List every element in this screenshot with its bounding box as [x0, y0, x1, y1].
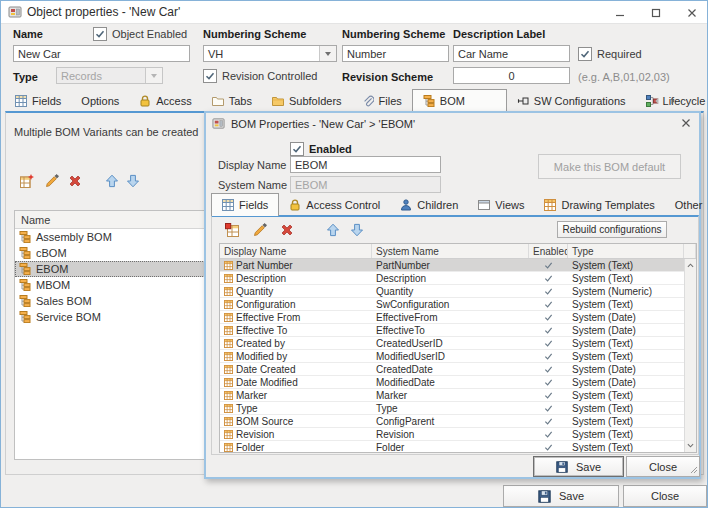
- display-name-field[interactable]: [290, 156, 441, 173]
- drawing-table-icon: [224, 404, 233, 413]
- cell-display-name-text: Effective To: [236, 325, 287, 336]
- new-field-icon[interactable]: [224, 222, 240, 238]
- tab-label: Fields: [32, 95, 61, 107]
- table-row[interactable]: BOM SourceConfigParentSystem (Text): [220, 415, 684, 428]
- cell-system-name: SwConfiguration: [372, 299, 529, 310]
- tab-files[interactable]: Files: [352, 90, 412, 112]
- display-name-label: Display Name: [218, 159, 286, 171]
- bom-icon: [19, 247, 31, 259]
- dialog-save-button[interactable]: Save: [533, 456, 624, 477]
- dialog-close-button[interactable]: Close: [626, 456, 700, 477]
- tab-views[interactable]: Views: [468, 194, 534, 216]
- tab-sw-configurations[interactable]: SW Configurations: [507, 90, 636, 112]
- move-up-icon[interactable]: [104, 173, 120, 189]
- object-enabled-checkbox[interactable]: Object Enabled: [93, 27, 187, 41]
- column-header-display-name[interactable]: Display Name: [220, 244, 372, 258]
- enabled-checkbox[interactable]: Enabled: [290, 142, 352, 156]
- cell-enabled: [529, 443, 568, 452]
- required-checkbox[interactable]: Required: [578, 47, 642, 61]
- check-small-icon: [544, 339, 553, 348]
- tab-access-control[interactable]: Access Control: [279, 194, 390, 216]
- tab-children[interactable]: Children: [390, 194, 468, 216]
- table-row[interactable]: FolderFolderSystem (Text): [220, 441, 684, 452]
- tab-tabs[interactable]: Tabs: [202, 90, 262, 112]
- table-row[interactable]: DescriptionDescriptionSystem (Text): [220, 272, 684, 285]
- check-small-icon: [544, 430, 553, 439]
- revision-controlled-checkbox[interactable]: Revision Controlled: [203, 69, 317, 83]
- table-row[interactable]: Part NumberPartNumberSystem (Text): [220, 259, 684, 272]
- drawing-table-icon: [224, 417, 233, 426]
- tab-options[interactable]: Options: [71, 90, 129, 112]
- combo-value: Records: [61, 70, 102, 82]
- table-row[interactable]: MarkerMarkerSystem (Text): [220, 389, 684, 402]
- revision-scheme-field[interactable]: [453, 67, 570, 84]
- close-button[interactable]: [679, 4, 705, 21]
- lock-icon: [139, 95, 151, 107]
- tab-label: Access: [156, 95, 191, 107]
- tab-drawing-templates[interactable]: Drawing Templates: [534, 194, 664, 216]
- move-down-icon[interactable]: [125, 173, 141, 189]
- bom-icon: [19, 279, 31, 291]
- scroll-down-icon[interactable]: [687, 440, 694, 451]
- type-label: Type: [13, 71, 38, 83]
- cell-enabled: [529, 430, 568, 439]
- check-small-icon: [544, 274, 553, 283]
- tab-fields[interactable]: Fields: [211, 193, 279, 216]
- check-small-icon: [544, 378, 553, 387]
- tab-access[interactable]: Access: [129, 90, 201, 112]
- rebuild-configurations-label: Rebuild configurations: [563, 224, 662, 235]
- column-header-enabled[interactable]: Enabled: [529, 244, 568, 258]
- cell-display-name: Revision: [220, 429, 372, 440]
- minimize-button[interactable]: [607, 4, 633, 21]
- delete-icon[interactable]: [279, 222, 295, 238]
- save-button[interactable]: Save: [503, 485, 619, 507]
- table-row[interactable]: RevisionRevisionSystem (Text): [220, 428, 684, 441]
- column-header-spacer: [684, 244, 696, 258]
- resize-grip[interactable]: [690, 464, 698, 476]
- save-floppy-icon: [556, 461, 568, 473]
- table-row[interactable]: Effective ToEffectiveToSystem (Date): [220, 324, 684, 337]
- numbering-scheme1-combo[interactable]: VH: [203, 45, 337, 62]
- column-header-type[interactable]: Type: [568, 244, 684, 258]
- combo-dropdown-button[interactable]: [319, 46, 336, 61]
- table-row[interactable]: ConfigurationSwConfigurationSystem (Text…: [220, 298, 684, 311]
- close-button-footer[interactable]: Close: [623, 485, 707, 507]
- tab-label: Drawing Templates: [561, 199, 654, 211]
- dialog-save-label: Save: [576, 461, 601, 473]
- tab-label: Options: [81, 95, 119, 107]
- tab-scroll-left-icon[interactable]: [653, 95, 661, 107]
- table-row[interactable]: Effective FromEffectiveFromSystem (Date): [220, 311, 684, 324]
- scroll-up-icon[interactable]: [687, 260, 694, 271]
- tab-subfolders[interactable]: Subfolders: [262, 90, 352, 112]
- edit-pencil-icon[interactable]: [44, 173, 60, 189]
- description-label-field[interactable]: [453, 45, 570, 62]
- table-row[interactable]: Date ModifiedModifiedDateSystem (Date): [220, 376, 684, 389]
- table-row[interactable]: QuantityQuantitySystem (Numeric): [220, 285, 684, 298]
- table-row[interactable]: TypeTypeSystem (Text): [220, 402, 684, 415]
- new-bom-icon[interactable]: [19, 173, 35, 189]
- tab-other[interactable]: Other: [665, 194, 708, 216]
- move-down-icon[interactable]: [349, 222, 365, 238]
- tab-scroll-right-icon[interactable]: [669, 95, 677, 107]
- table-row[interactable]: Date CreatedCreatedDateSystem (Date): [220, 363, 684, 376]
- delete-icon[interactable]: [67, 173, 83, 189]
- name-field[interactable]: [13, 45, 190, 62]
- column-header-system-name[interactable]: System Name: [372, 244, 529, 258]
- tab-fields[interactable]: Fields: [5, 90, 71, 112]
- make-default-button: Make this BOM default: [538, 154, 681, 179]
- close-label: Close: [651, 490, 679, 502]
- dialog-close-icon[interactable]: [681, 118, 691, 130]
- maximize-button[interactable]: [643, 4, 669, 21]
- table-row[interactable]: Modified byModifiedUserIDSystem (Text): [220, 350, 684, 363]
- numbering-scheme2-field[interactable]: [342, 45, 449, 62]
- table-row[interactable]: Created byCreatedUserIDSystem (Text): [220, 337, 684, 350]
- drawing-table-icon: [224, 339, 233, 348]
- edit-pencil-icon[interactable]: [252, 222, 268, 238]
- cell-display-name-text: Modified by: [236, 351, 287, 362]
- move-up-icon[interactable]: [325, 222, 341, 238]
- table-scrollbar[interactable]: [684, 259, 696, 452]
- drawing-table-icon: [224, 430, 233, 439]
- tab-bom[interactable]: BOM: [412, 89, 507, 112]
- column-header-label: Display Name: [224, 246, 286, 257]
- rebuild-configurations-button[interactable]: Rebuild configurations: [557, 221, 667, 238]
